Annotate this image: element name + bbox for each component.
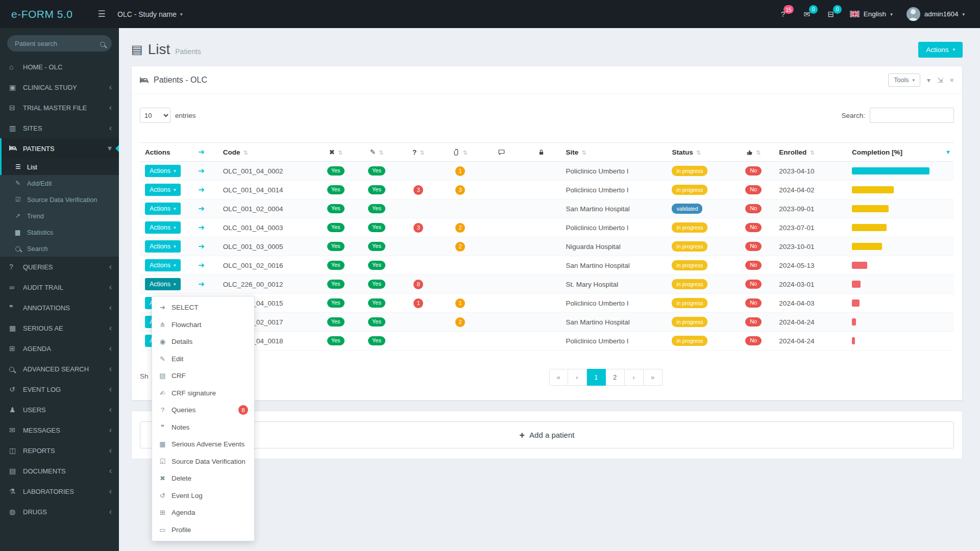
messages-alert[interactable]: ✉ 0	[802, 10, 812, 19]
attachments-count-badge[interactable]: 2	[455, 223, 465, 233]
sidebar-item-messages[interactable]: ✉ MESSAGES ‹	[0, 420, 119, 440]
attachments-count-badge[interactable]: 1	[455, 166, 465, 176]
goto-arrow-icon[interactable]: ➔	[198, 280, 205, 288]
sidebar-item-annotations[interactable]: ❞ ANNOTATIONS ‹	[0, 297, 119, 318]
sidebar-item-advanced-search[interactable]: ADVANCED SEARCH ‹	[0, 359, 119, 379]
filter-caret-icon[interactable]: ▼	[945, 149, 951, 155]
sidebar-item-agenda[interactable]: ⊞ AGENDA ‹	[0, 338, 119, 359]
sort-icon[interactable]: ⇅	[338, 149, 342, 156]
sidebar-item-event-log[interactable]: ↺ EVENT LOG ‹	[0, 379, 119, 399]
sidebar-item-reports[interactable]: ◫ REPORTS ‹	[0, 440, 119, 461]
inbox-alert[interactable]: ⊟ 0	[826, 10, 836, 19]
search-icon[interactable]	[100, 40, 105, 48]
sidebar-subitem-list[interactable]: ☰ List	[0, 159, 119, 175]
table-search-input[interactable]	[870, 108, 954, 123]
column-header-actions[interactable]: Actions	[140, 143, 185, 162]
row-menu-item[interactable]: ✎ Edit	[152, 350, 254, 368]
column-header-attachments[interactable]: ⇅	[440, 143, 481, 162]
sort-icon[interactable]: ⇅	[243, 149, 248, 156]
expand-icon[interactable]: ⇲	[937, 76, 943, 84]
sidebar-subitem-statistics[interactable]: ▆ Statistics	[0, 224, 119, 240]
row-menu-item[interactable]: ➔ SELECT	[152, 299, 254, 316]
sidebar-item-drugs[interactable]: ◍ DRUGS ‹	[0, 502, 119, 522]
row-actions-button[interactable]: Actions ▾	[145, 184, 181, 196]
goto-arrow-icon[interactable]: ➔	[198, 261, 205, 269]
queries-count-badge[interactable]: 1	[413, 298, 423, 308]
sort-icon[interactable]: ⇅	[463, 149, 468, 156]
user-menu[interactable]: admin1604 ▾	[906, 7, 965, 21]
row-menu-item[interactable]: ▦ Serious Adverse Events	[152, 436, 254, 453]
row-menu-item[interactable]: ☑ Source Data Verification	[152, 453, 254, 470]
sort-icon[interactable]: ⇅	[420, 149, 424, 156]
row-actions-button[interactable]: Actions ▾	[145, 165, 181, 177]
column-header-goto[interactable]: ➔	[185, 143, 217, 162]
sidebar-item-users[interactable]: ♟ USERS ‹	[0, 399, 119, 420]
sidebar-item-trial-master-file[interactable]: ⊟ TRIAL MASTER FILE ‹	[0, 97, 119, 118]
sort-icon[interactable]: ⇅	[581, 149, 586, 156]
goto-arrow-icon[interactable]: ➔	[198, 204, 205, 213]
page-next-button[interactable]: ›	[625, 369, 644, 386]
hamburger-icon[interactable]: ☰	[91, 9, 112, 19]
attachments-count-badge[interactable]: 2	[455, 242, 465, 252]
sidebar-subitem-trend[interactable]: ↗ Trend	[0, 208, 119, 224]
column-header-queries[interactable]: ?⇅	[397, 143, 439, 162]
sort-icon[interactable]: ⇅	[756, 149, 761, 156]
sidebar-item-patients[interactable]: PATIENTS ▾	[0, 138, 119, 159]
page-2-button[interactable]: 2	[606, 369, 625, 386]
goto-arrow-icon[interactable]: ➔	[198, 242, 205, 251]
goto-arrow-icon[interactable]: ➔	[198, 185, 205, 194]
study-selector[interactable]: OLC - Study name ▾	[117, 10, 182, 18]
sidebar-item-sites[interactable]: ▥ SITES ‹	[0, 118, 119, 138]
sidebar-item-laboratories[interactable]: ⚗ LABORATORIES ‹	[0, 481, 119, 502]
goto-arrow-icon[interactable]: ➔	[198, 166, 205, 175]
sidebar-item-serious-ae[interactable]: ▦ SERIOUS AE ‹	[0, 318, 119, 338]
column-header-crf-signature[interactable]: ⇅	[733, 143, 774, 162]
row-menu-item[interactable]: ❞ Notes	[152, 419, 254, 436]
column-header-closed[interactable]: ✖⇅	[315, 143, 356, 162]
sort-icon[interactable]: ⇅	[810, 149, 814, 156]
sidebar-subitem-source-data-verification[interactable]: ☑ Source Data Verification	[0, 191, 119, 208]
row-actions-button[interactable]: Actions ▾	[145, 221, 181, 234]
row-menu-item[interactable]: ⋔ Flowchart	[152, 316, 254, 334]
sidebar-subitem-add-edit[interactable]: ✎ Add/Edit	[0, 175, 119, 191]
page-actions-button[interactable]: Actions ▾	[918, 42, 963, 58]
page-prev-button[interactable]: ‹	[568, 369, 587, 386]
sidebar-item-home-olc[interactable]: ⌂ HOME - OLC	[0, 57, 119, 77]
attachments-count-badge[interactable]: 2	[455, 317, 465, 327]
sidebar-item-clinical-study[interactable]: ▣ CLINICAL STUDY ‹	[0, 77, 119, 97]
sort-icon[interactable]: ⇅	[379, 149, 383, 156]
column-header-status[interactable]: Status⇅	[667, 143, 733, 162]
row-menu-item[interactable]: ? Queries 8	[152, 402, 254, 419]
app-logo[interactable]: e-FORM 5.0	[0, 8, 91, 20]
goto-arrow-icon[interactable]: ➔	[198, 223, 205, 232]
language-selector[interactable]: English ▾	[850, 10, 893, 18]
column-header-site[interactable]: Site⇅	[561, 143, 667, 162]
sort-icon[interactable]: ⇅	[696, 149, 701, 156]
queries-count-badge[interactable]: 3	[413, 223, 423, 233]
attachments-count-badge[interactable]: 1	[455, 298, 465, 308]
add-patient-button[interactable]: + Add a patient	[140, 421, 954, 448]
row-actions-button[interactable]: Actions ▾	[145, 203, 181, 215]
column-header-code[interactable]: Code⇅	[218, 143, 315, 162]
row-menu-item[interactable]: ⊞ Agenda	[152, 504, 254, 521]
sidebar-item-queries[interactable]: ? QUERIES ‹	[0, 257, 119, 277]
row-menu-item[interactable]: ✖ Delete	[152, 470, 254, 487]
queries-count-badge[interactable]: 3	[413, 185, 423, 195]
row-menu-item[interactable]: ▭ Profile	[152, 521, 254, 539]
column-header-enrolled[interactable]: Enrolled⇅	[774, 143, 847, 162]
row-actions-button[interactable]: Actions ▾	[145, 278, 181, 290]
attachments-count-badge[interactable]: 3	[455, 185, 465, 195]
page-first-button[interactable]: «	[549, 369, 568, 386]
row-menu-item[interactable]: ✍ CRF signature	[152, 385, 254, 402]
column-header-editable[interactable]: ✎⇅	[356, 143, 397, 162]
row-menu-item[interactable]: ▤ CRF	[152, 367, 254, 385]
page-last-button[interactable]: »	[644, 369, 663, 386]
queries-alert[interactable]: ? 15	[778, 10, 788, 18]
row-actions-button[interactable]: Actions ▾	[145, 259, 181, 271]
sidebar-item-documents[interactable]: ▤ DOCUMENTS ‹	[0, 461, 119, 481]
patient-search-input[interactable]	[7, 35, 112, 52]
column-header-lock[interactable]	[522, 143, 560, 162]
sidebar-item-audit-trail[interactable]: ∞ AUDIT TRAIL ‹	[0, 277, 119, 297]
row-menu-item[interactable]: ↺ Event Log	[152, 487, 254, 505]
sidebar-subitem-search[interactable]: Search	[0, 240, 119, 257]
